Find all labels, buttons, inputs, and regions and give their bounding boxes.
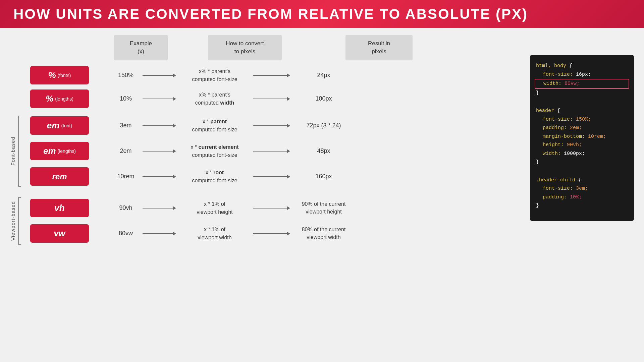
code-line: font-size: 3em; — [536, 184, 628, 193]
unit-sub: (font) — [61, 123, 72, 128]
unit-badge-em-font: em (font) — [30, 116, 89, 135]
convert-formula: x * 1% ofviewport height — [176, 200, 253, 216]
convert-formula: x * parentcomputed font-size — [176, 118, 253, 134]
arrow-line2 — [253, 175, 290, 179]
example-value: 150% — [109, 72, 143, 79]
convert-column-header: How to convertto pixels — [208, 35, 282, 60]
code-val: 150%; — [576, 117, 591, 122]
code-prop: font-size: — [543, 72, 576, 77]
unit-sub: (lengths) — [55, 96, 73, 102]
code-line: padding: 2em; — [536, 124, 628, 132]
code-line-highlighted: width: 80vw; — [535, 79, 629, 89]
font-bracket-icon — [16, 114, 22, 188]
result-value: 72px (3 * 24) — [290, 122, 357, 129]
table-row: vh 90vh x * 1% ofviewport height 90% of … — [30, 196, 523, 220]
arrow-line2 — [253, 73, 290, 77]
code-val: 16px; — [576, 72, 591, 77]
code-line: width: 1000px; — [536, 149, 628, 158]
example-value: 2em — [109, 147, 143, 155]
arrow-line2 — [253, 149, 290, 153]
code-prop: font-size: — [543, 117, 576, 122]
unit-sub: (lengths) — [58, 148, 76, 154]
result-value: 24px — [290, 72, 357, 79]
table-row: em (lengths) 2em x * current elementcomp… — [30, 139, 523, 163]
example-value: 10% — [109, 95, 143, 102]
code-val: 10rem; — [588, 134, 606, 139]
code-selector: .header-child — [536, 177, 578, 183]
code-val: 2em; — [570, 125, 582, 131]
code-line: .header-child { — [536, 176, 628, 185]
table-row: % (fonts) 150% x% * parent'scomputed fon… — [10, 64, 523, 87]
table-section: Example(x) How to convertto pixels Resul… — [10, 35, 523, 248]
code-val: 3em; — [576, 186, 588, 191]
unit-name: em — [43, 146, 56, 156]
viewport-based-section: Viewport-based vh 90vh x * 1% ofviewp — [10, 196, 523, 246]
unit-name: % — [48, 70, 56, 80]
unit-name: vh — [54, 203, 64, 213]
example-value: 3em — [109, 122, 143, 129]
unit-badge-em-lengths: em (lengths) — [30, 142, 89, 160]
code-line: margin-bottom: 10rem; — [536, 132, 628, 141]
result-value: 160px — [290, 173, 357, 180]
arrow-line — [143, 232, 176, 236]
code-selector: html, body — [536, 63, 569, 69]
page-header: HOW UNITS ARE CONVERTED FROM RELATIVE TO… — [0, 0, 644, 28]
arrow-line — [143, 73, 176, 77]
font-based-label: Font-based — [10, 137, 16, 166]
code-line: font-size: 16px; — [536, 70, 628, 79]
example-value: 80vw — [109, 230, 143, 237]
viewport-based-rows: vh 90vh x * 1% ofviewport height 90% of … — [30, 196, 523, 245]
table-row: em (font) 3em x * parentcomputed font-si… — [30, 114, 523, 137]
code-val: 1000px; — [564, 151, 585, 157]
code-line: } — [536, 201, 628, 210]
font-based-rows: em (font) 3em x * parentcomputed font-si… — [30, 114, 523, 188]
code-selector: header — [536, 108, 557, 114]
example-value: 10rem — [109, 173, 143, 180]
example-value: 90vh — [109, 204, 143, 212]
table-row: vw 80vw x * 1% ofviewport width 80% of t… — [30, 222, 523, 245]
arrow-line2 — [253, 97, 290, 101]
convert-formula: x% * parent'scomputed font-size — [176, 67, 253, 83]
column-headers: Example(x) How to convertto pixels Resul… — [114, 35, 523, 60]
convert-formula: x * 1% ofviewport width — [176, 226, 253, 242]
arrow-line2 — [253, 124, 290, 128]
unit-badge-rem: rem — [30, 167, 89, 186]
code-panel: html, body { font-size: 16px; width: 80v… — [530, 55, 634, 221]
unit-badge-vw: vw — [30, 224, 89, 243]
unit-name: rem — [52, 172, 67, 181]
unit-badge-percent-lengths: % (lengths) — [30, 89, 89, 108]
code-block-header-child: .header-child { font-size: 3em; padding:… — [536, 176, 628, 210]
example-column-header: Example(x) — [114, 35, 168, 60]
code-val: 80vw; — [565, 81, 580, 86]
result-value: 48px — [290, 147, 357, 155]
code-prop: width: — [543, 151, 564, 157]
code-prop: padding: — [543, 194, 570, 200]
unit-badge-percent-fonts: % (fonts) — [30, 66, 89, 84]
arrow-line — [143, 175, 176, 179]
font-based-section: Font-based em (font) 3em — [10, 114, 523, 188]
convert-formula: x * current elementcomputed font-size — [176, 143, 253, 159]
convert-formula: x% * parent'scomputed width — [176, 91, 253, 107]
code-prop: padding: — [543, 125, 570, 131]
table-row: % (lengths) 10% x% * parent'scomputed wi… — [10, 87, 523, 111]
unit-name: em — [47, 120, 60, 131]
arrow-line2 — [253, 206, 290, 210]
code-prop: margin-bottom: — [543, 134, 588, 139]
unit-name: vw — [54, 228, 65, 239]
code-prop: height: — [543, 142, 567, 148]
code-line: font-size: 150%; — [536, 115, 628, 124]
code-line: } — [536, 89, 628, 98]
result-value: 90% of the currentviewport height — [290, 200, 357, 216]
code-val: 10%; — [570, 194, 582, 200]
result-column-header: Result inpixels — [345, 35, 413, 60]
code-line: padding: 10%; — [536, 193, 628, 202]
code-line: html, body { — [536, 62, 628, 70]
unit-badge-vh: vh — [30, 199, 89, 217]
table-row: rem 10rem x * rootcomputed font-size 160… — [30, 165, 523, 188]
code-prop: width: — [543, 81, 565, 86]
result-value: 100px — [290, 95, 357, 102]
result-value: 80% of the currentviewport width — [290, 226, 357, 241]
code-line: header { — [536, 107, 628, 115]
unit-name: % — [46, 94, 53, 104]
main-content: Example(x) How to convertto pixels Resul… — [0, 28, 644, 255]
